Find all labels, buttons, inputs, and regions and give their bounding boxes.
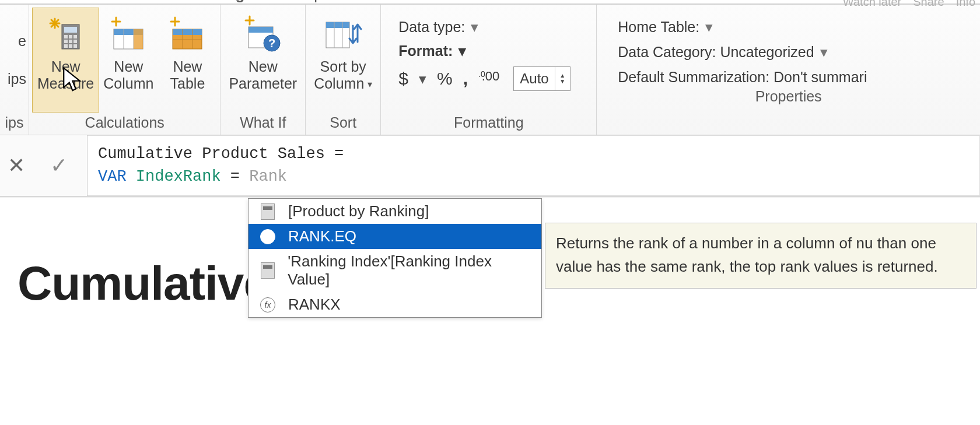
left-edge-line2: ips — [8, 71, 26, 87]
svg-rect-25 — [173, 29, 202, 35]
data-type-dropdown[interactable]: ▾ — [471, 19, 478, 36]
svg-rect-12 — [64, 44, 68, 48]
function-icon: fx — [260, 229, 275, 244]
function-icon: fx — [260, 297, 275, 312]
decimal-auto-spinner[interactable]: Auto ▲▼ — [513, 66, 570, 91]
sort-by-column-icon — [323, 14, 363, 55]
video-overlay: Watch later Share Info — [843, 0, 975, 9]
intellisense-item-product-by-ranking[interactable]: [Product by Ranking] — [249, 199, 541, 224]
data-type-label: Data type: — [398, 19, 465, 36]
formatting-group-label: Formatting — [384, 112, 593, 132]
intellisense-tooltip: Returns the rank of a number in a column… — [545, 223, 977, 289]
sort-by-column-button[interactable]: Sort by Column — [309, 8, 377, 112]
svg-rect-11 — [74, 40, 77, 43]
ribbon-group-sort: Sort by Column Sort — [306, 5, 381, 135]
sort-group-label: Sort — [309, 112, 377, 132]
decimals-button[interactable]: .0.00 — [478, 69, 503, 84]
measure-icon — [261, 203, 275, 220]
new-table-label: New Table — [170, 58, 205, 92]
new-table-button[interactable]: New Table — [158, 8, 216, 112]
intellisense-item-label: 'Ranking Index'[Ranking Index Value] — [288, 252, 534, 289]
svg-rect-9 — [64, 40, 68, 43]
whatif-group-label: What If — [224, 112, 302, 132]
visual-title: Cumulative — [18, 256, 270, 311]
tab-help[interactable]: Help — [291, 0, 322, 3]
new-column-icon — [108, 14, 149, 55]
comma-button[interactable]: , — [463, 69, 468, 89]
formula-typed: Rank — [249, 168, 287, 185]
measure-icon — [261, 262, 275, 279]
new-measure-label: New Measure — [37, 58, 94, 92]
formula-line1: Cumulative Product Sales = — [98, 145, 353, 163]
svg-rect-7 — [69, 35, 72, 38]
svg-rect-13 — [69, 44, 72, 48]
formula-keyword-var: VAR — [98, 168, 127, 185]
share-label[interactable]: Share — [913, 0, 944, 9]
intellisense-item-label: [Product by Ranking] — [288, 202, 429, 220]
ribbon-left-edge: e ips ips — [0, 5, 29, 135]
new-measure-button[interactable]: New Measure — [32, 8, 99, 113]
new-column-button[interactable]: New Column — [99, 8, 158, 112]
svg-rect-32 — [249, 27, 273, 33]
currency-button[interactable]: $ — [398, 69, 408, 89]
ribbon-tabs: Home View Modeling Help Format Data / Dr… — [0, 0, 980, 5]
left-edge-line1: e — [8, 33, 26, 50]
svg-rect-10 — [69, 40, 72, 43]
currency-dropdown[interactable]: ▾ — [419, 71, 426, 87]
properties-group-label: Properties — [600, 86, 977, 106]
tab-data-drill[interactable]: Data / Drill — [464, 0, 534, 3]
svg-rect-36 — [326, 22, 349, 28]
svg-rect-14 — [74, 44, 77, 48]
svg-rect-5 — [64, 27, 77, 33]
intellisense-item-rankeq[interactable]: fx RANK.EQ — [249, 224, 541, 249]
new-measure-icon — [46, 14, 86, 55]
new-parameter-icon: ? — [243, 14, 284, 55]
data-category-dropdown[interactable]: ▾ — [820, 44, 828, 61]
percent-button[interactable]: % — [437, 69, 453, 89]
home-table-dropdown[interactable]: ▾ — [705, 19, 713, 36]
data-category-label: Data Category: Uncategorized — [618, 44, 814, 61]
formula-editor[interactable]: Cumulative Product Sales = VAR IndexRank… — [88, 135, 980, 196]
svg-rect-21 — [134, 29, 143, 49]
ribbon-group-calculations: New Measure New Column — [29, 5, 220, 135]
formula-bar: ✕ ✓ Cumulative Product Sales = VAR Index… — [0, 135, 980, 197]
watch-later-label[interactable]: Watch later — [843, 0, 901, 9]
home-table-label: Home Table: — [618, 19, 699, 36]
svg-rect-6 — [64, 35, 68, 38]
intellisense-popup: [Product by Ranking] fx RANK.EQ 'Ranking… — [248, 198, 542, 318]
spinner-down-icon[interactable]: ▼ — [555, 79, 570, 85]
intellisense-item-rankx[interactable]: fx RANKX — [249, 292, 541, 317]
ribbon-group-formatting: Data type: ▾ Format: ▾ $ ▾ % , .0.00 Aut… — [381, 5, 597, 135]
new-parameter-label: New Parameter — [229, 58, 297, 92]
tab-home[interactable]: Home — [12, 0, 52, 3]
ribbon-group-whatif: ? New Parameter What If — [220, 5, 306, 135]
format-label: Format: — [398, 43, 453, 59]
intellisense-item-label: RANK.EQ — [288, 227, 356, 245]
default-summarization-label: Default Summarization: Don't summari — [618, 69, 867, 86]
formula-identifier: IndexRank — [136, 168, 221, 185]
format-dropdown[interactable]: ▾ — [459, 43, 466, 59]
intellisense-item-ranking-index[interactable]: 'Ranking Index'[Ranking Index Value] — [249, 249, 541, 292]
tab-format[interactable]: Format — [369, 0, 417, 3]
ribbon-left-edge-label: ips — [2, 112, 26, 132]
formula-cancel-button[interactable]: ✕ — [8, 153, 25, 178]
info-label[interactable]: Info — [956, 0, 975, 9]
sort-by-column-label: Sort by Column — [314, 58, 372, 92]
decimal-auto-value: Auto — [514, 67, 554, 90]
svg-rect-8 — [74, 35, 77, 38]
formula-eq: = — [221, 168, 250, 185]
new-column-label: New Column — [103, 58, 153, 92]
svg-text:?: ? — [268, 37, 275, 50]
new-parameter-button[interactable]: ? New Parameter — [224, 8, 302, 112]
intellisense-item-label: RANKX — [288, 296, 341, 314]
ribbon: e ips ips — [0, 5, 980, 135]
formula-commit-button[interactable]: ✓ — [50, 153, 68, 178]
calculations-group-label: Calculations — [33, 112, 216, 132]
tab-view[interactable]: View — [99, 0, 131, 3]
tab-modeling[interactable]: Modeling — [178, 0, 244, 3]
ribbon-group-properties: Home Table: ▾ Data Category: Uncategoriz… — [597, 5, 980, 135]
new-table-icon — [167, 14, 208, 55]
